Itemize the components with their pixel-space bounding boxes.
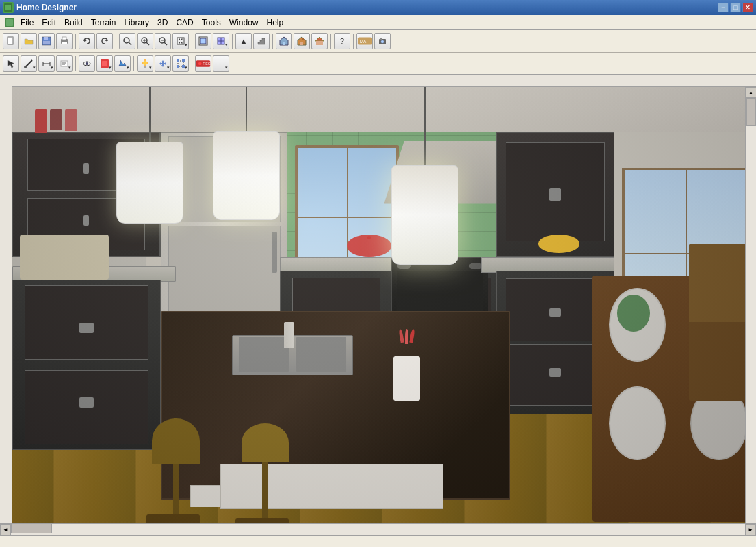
sep-8 (75, 56, 76, 71)
svg-rect-3 (6, 19, 13, 26)
sep-6 (330, 34, 331, 49)
svg-text:REC: REC (203, 62, 211, 66)
app-icon (3, 2, 14, 13)
scroll-thumb-right[interactable] (746, 98, 756, 126)
svg-marker-12 (84, 39, 87, 42)
svg-line-21 (164, 42, 167, 45)
svg-rect-25 (200, 38, 206, 44)
maximize-button[interactable]: □ (730, 3, 741, 12)
text-button[interactable] (56, 55, 73, 72)
save-button[interactable] (38, 33, 55, 49)
scroll-track-bottom[interactable] (11, 524, 745, 535)
bar-stool-1 (146, 418, 206, 523)
draw-wall-button[interactable] (21, 55, 37, 72)
roof-button[interactable] (311, 33, 328, 49)
stairs-button[interactable] (253, 33, 270, 49)
paint-button[interactable] (96, 55, 113, 72)
menu-3d[interactable]: 3D (153, 16, 172, 29)
svg-rect-60 (177, 59, 179, 62)
scroll-thumb-bottom[interactable] (11, 524, 52, 533)
workspace-container: ▲ ▼ ◄ ► (0, 75, 756, 547)
ruler-left (0, 75, 12, 523)
fit-button[interactable] (195, 33, 211, 49)
sep-3 (192, 34, 192, 49)
camera3d-button[interactable] (374, 33, 391, 49)
svg-text:MAT: MAT (360, 39, 369, 44)
transform-button[interactable] (172, 55, 189, 72)
sep-7 (353, 34, 354, 49)
menu-build[interactable]: Build (60, 16, 87, 29)
flower-vase (384, 356, 429, 446)
svg-rect-61 (182, 59, 185, 62)
menu-tools[interactable]: Tools (198, 16, 225, 29)
pendant-light-1 (116, 87, 183, 224)
menu-terrain[interactable]: Terrain (87, 16, 120, 29)
svg-marker-41 (8, 60, 14, 68)
minimize-button[interactable]: − (718, 3, 729, 12)
scrollbar-bottom[interactable]: ◄ ► (0, 523, 756, 535)
svg-rect-4 (8, 37, 13, 44)
lighting-button[interactable] (137, 55, 153, 72)
print-button[interactable] (56, 33, 73, 49)
ruler-top (12, 75, 756, 87)
dining-chair (689, 244, 748, 401)
redo-button[interactable] (96, 33, 113, 49)
move-button[interactable] (155, 55, 171, 72)
menu-file[interactable]: File (16, 16, 38, 29)
bar-stool-2 (235, 423, 295, 523)
window-controls[interactable]: − □ ✕ (718, 3, 753, 12)
new-button[interactable] (3, 33, 19, 49)
zoom-in-button[interactable] (137, 33, 153, 49)
arrow-up-button[interactable]: ▲ (235, 33, 252, 49)
status-bar (0, 535, 756, 547)
scroll-up-button[interactable]: ▲ (746, 87, 757, 98)
house-2d-button[interactable] (276, 33, 292, 49)
svg-rect-32 (300, 42, 303, 45)
menu-help[interactable]: Help (262, 16, 287, 29)
svg-point-42 (24, 66, 27, 68)
window-title: Home Designer (16, 3, 718, 12)
help-button[interactable]: ? (334, 33, 350, 49)
toolbar-2: REC (0, 52, 756, 74)
svg-marker-13 (105, 39, 107, 42)
house-3d-button[interactable] (294, 33, 310, 49)
svg-rect-11 (62, 42, 67, 44)
color-fill-button[interactable] (114, 55, 131, 72)
record-button[interactable]: REC (195, 55, 211, 72)
dimension-button[interactable] (38, 55, 55, 72)
svg-rect-10 (62, 37, 66, 40)
scroll-track-right[interactable] (746, 98, 756, 523)
zoom-extent-button[interactable] (172, 33, 189, 49)
select-tool[interactable] (3, 55, 19, 72)
svg-rect-7 (44, 37, 48, 40)
undo-button[interactable] (79, 33, 95, 49)
svg-point-50 (86, 62, 88, 65)
counter-item-left (20, 235, 109, 280)
material-eye-button[interactable] (79, 55, 95, 72)
menu-edit[interactable]: Edit (38, 16, 60, 29)
zoom-out-button[interactable] (155, 33, 171, 49)
svg-marker-34 (315, 37, 324, 41)
title-bar: Home Designer − □ ✕ (0, 0, 756, 15)
menu-window[interactable]: Window (225, 16, 263, 29)
svg-rect-46 (61, 61, 68, 66)
sep-5 (272, 34, 273, 49)
scrollbar-right[interactable]: ▲ ▼ (745, 87, 756, 523)
open-button[interactable] (21, 33, 37, 49)
material-button[interactable]: MAT (356, 33, 373, 49)
close-button[interactable]: ✕ (742, 3, 753, 12)
toolbar-1: ▲ ? MAT (0, 30, 756, 52)
upper-decor (35, 109, 77, 133)
scroll-right-button[interactable]: ► (745, 524, 756, 535)
svg-rect-1 (5, 5, 11, 10)
view-button[interactable] (213, 33, 229, 49)
svg-point-39 (381, 40, 384, 44)
svg-rect-62 (177, 65, 179, 68)
kitchen-3d-scene[interactable]: ▲ ▼ (12, 87, 756, 523)
menu-library[interactable]: Library (120, 16, 153, 29)
scroll-left-button[interactable]: ◄ (0, 524, 11, 535)
sep-4 (232, 34, 233, 49)
menu-cad[interactable]: CAD (172, 16, 197, 29)
search-button[interactable] (119, 33, 135, 49)
rec-options-button[interactable] (213, 55, 229, 72)
